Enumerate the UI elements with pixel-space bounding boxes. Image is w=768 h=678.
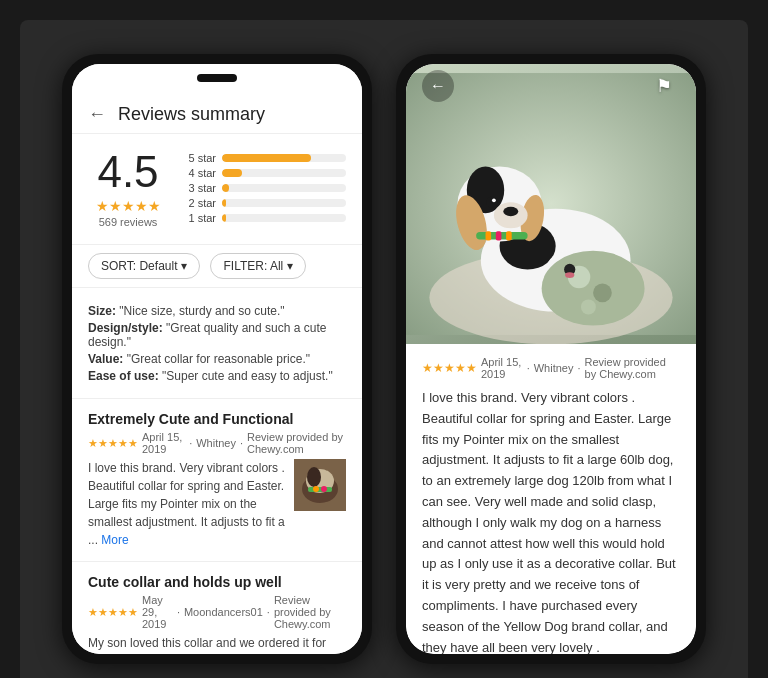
filter-row: SORT: Default ▾ FILTER: All ▾	[72, 244, 362, 288]
review-text: My son loved this collar and we ordered …	[88, 634, 346, 654]
review-count: 569 reviews	[88, 216, 168, 228]
svg-point-19	[492, 198, 496, 202]
expanded-review: ★★★★★ April 15, 2019 · Whitney · Review …	[406, 344, 696, 654]
expanded-review-meta: ★★★★★ April 15, 2019 · Whitney · Review …	[422, 356, 680, 380]
review-body: My son loved this collar and we ordered …	[88, 634, 346, 654]
product-image-area: ← ⚑	[406, 64, 696, 344]
sort-button[interactable]: SORT: Default ▾	[88, 253, 200, 279]
rating-section: 4.5 ★★★★★ 569 reviews 5 star 4 star 3 st…	[72, 134, 362, 244]
right-phone: ← ⚑ ★★★★★ April 15, 2019 · Whitney · Rev…	[396, 54, 706, 664]
svg-point-29	[565, 272, 574, 278]
svg-point-5	[313, 486, 319, 492]
review-author: Whitney	[196, 437, 236, 449]
bar-label: 2 star	[184, 197, 216, 209]
attr-value: "Nice size, sturdy and so cute."	[119, 304, 284, 318]
review-card: Extremely Cute and Functional ★★★★★ Apri…	[72, 399, 362, 562]
rating-bar-row: 5 star	[184, 152, 346, 164]
back-button[interactable]: ←	[88, 104, 106, 125]
bar-label: 5 star	[184, 152, 216, 164]
bar-outer	[222, 184, 346, 192]
svg-point-18	[486, 197, 497, 208]
page-title: Reviews summary	[118, 104, 265, 125]
rating-bar-row: 2 star	[184, 197, 346, 209]
review-title: Extremely Cute and Functional	[88, 411, 346, 427]
review-stars: ★★★★★	[88, 437, 138, 450]
filter-button[interactable]: FILTER: All ▾	[210, 253, 306, 279]
more-link[interactable]: More	[101, 533, 128, 547]
review-meta: ★★★★★ May 29, 2019 · Moondancers01 · Rev…	[88, 594, 346, 630]
svg-rect-4	[308, 487, 332, 492]
right-phone-content: ← ⚑ ★★★★★ April 15, 2019 · Whitney · Rev…	[406, 64, 696, 654]
bar-outer	[222, 169, 346, 177]
svg-point-27	[581, 299, 596, 314]
attribute-row: Value: "Great collar for reasonable pric…	[88, 352, 346, 366]
review-stars: ★★★★★	[88, 606, 138, 619]
bar-fill	[222, 184, 229, 192]
overall-rating: 4.5 ★★★★★ 569 reviews	[88, 150, 168, 228]
svg-point-6	[321, 486, 327, 492]
attribute-row: Design/style: "Great quality and such a …	[88, 321, 346, 349]
svg-rect-21	[486, 231, 492, 240]
rating-bar-row: 4 star	[184, 167, 346, 179]
bar-fill	[222, 169, 242, 177]
expanded-source: Review provided by Chewy.com	[585, 356, 680, 380]
bar-fill	[222, 214, 226, 222]
flag-button[interactable]: ⚑	[648, 70, 680, 102]
svg-rect-23	[506, 231, 512, 240]
rating-score: 4.5	[88, 150, 168, 194]
review-title: Cute collar and holds up well	[88, 574, 346, 590]
review-source: Review provided by Chewy.com	[247, 431, 346, 455]
review-date: April 15, 2019	[142, 431, 185, 455]
attribute-row: Size: "Nice size, sturdy and so cute."	[88, 304, 346, 318]
review-source: Review provided by Chewy.com	[274, 594, 346, 630]
attr-value: "Super cute and easy to adjust."	[162, 369, 333, 383]
reviews-list: Extremely Cute and Functional ★★★★★ Apri…	[72, 399, 362, 654]
review-text: I love this brand. Very vibrant colors .…	[88, 459, 286, 549]
rating-stars: ★★★★★	[88, 198, 168, 214]
svg-point-26	[593, 284, 612, 303]
bar-outer	[222, 199, 346, 207]
svg-rect-20	[476, 232, 527, 239]
camera-notch	[197, 74, 237, 82]
bar-outer	[222, 154, 346, 162]
svg-point-17	[503, 207, 518, 216]
expanded-review-text: I love this brand. Very vibrant colors .…	[422, 388, 680, 654]
review-meta: ★★★★★ April 15, 2019 · Whitney · Review …	[88, 431, 346, 455]
reviews-page: ← Reviews summary 4.5 ★★★★★ 569 reviews …	[72, 92, 362, 654]
svg-rect-22	[496, 231, 502, 240]
review-author: Moondancers01	[184, 606, 263, 618]
bar-label: 3 star	[184, 182, 216, 194]
attr-value: "Great collar for reasonable price."	[127, 352, 310, 366]
review-card: Cute collar and holds up well ★★★★★ May …	[72, 562, 362, 654]
rating-bar-row: 1 star	[184, 212, 346, 224]
expanded-date: April 15, 2019	[481, 356, 523, 380]
svg-point-3	[307, 467, 321, 487]
rating-bar-row: 3 star	[184, 182, 346, 194]
bar-label: 4 star	[184, 167, 216, 179]
reviews-header: ← Reviews summary	[72, 92, 362, 134]
attributes-section: Size: "Nice size, sturdy and so cute."De…	[72, 296, 362, 399]
back-button-right[interactable]: ←	[422, 70, 454, 102]
review-body: I love this brand. Very vibrant colors .…	[88, 459, 346, 549]
rating-bars: 5 star 4 star 3 star 2 star 1 star	[184, 152, 346, 227]
attr-key: Design/style:	[88, 321, 163, 335]
bar-label: 1 star	[184, 212, 216, 224]
right-nav-bar: ← ⚑	[406, 64, 696, 108]
bar-outer	[222, 214, 346, 222]
review-date: May 29, 2019	[142, 594, 173, 630]
expanded-stars: ★★★★★	[422, 361, 477, 375]
expanded-author: Whitney	[534, 362, 574, 374]
status-bar-left	[72, 64, 362, 92]
attr-key: Ease of use:	[88, 369, 159, 383]
bar-fill	[222, 199, 226, 207]
bar-fill	[222, 154, 311, 162]
svg-point-24	[542, 251, 645, 326]
attr-key: Value:	[88, 352, 123, 366]
attribute-row: Ease of use: "Super cute and easy to adj…	[88, 369, 346, 383]
left-phone: ← Reviews summary 4.5 ★★★★★ 569 reviews …	[62, 54, 372, 664]
attr-key: Size:	[88, 304, 116, 318]
review-thumbnail[interactable]	[294, 459, 346, 511]
